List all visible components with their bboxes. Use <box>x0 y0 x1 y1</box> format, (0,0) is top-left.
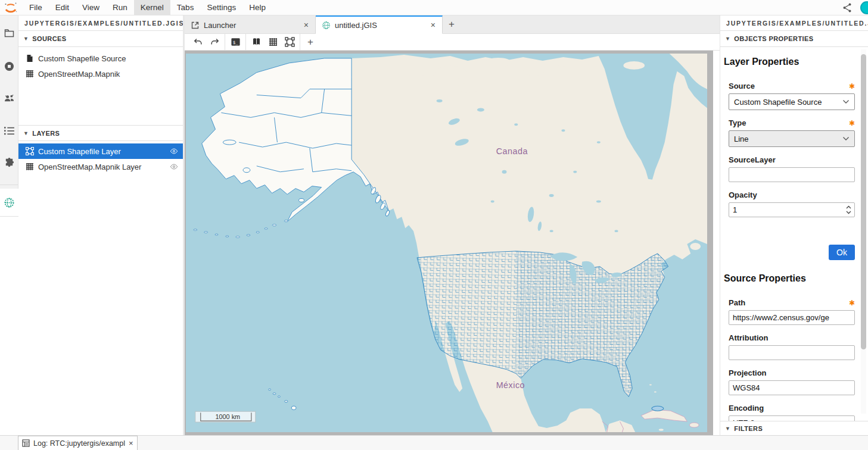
sourcelayer-field-label: SourceLayer <box>729 155 776 164</box>
menu-edit[interactable]: Edit <box>49 0 76 15</box>
status-bar: Log: RTC:jupytergis/exampl × <box>0 435 868 450</box>
required-asterisk-icon: ✱ <box>849 299 855 307</box>
ok-button[interactable]: Ok <box>829 245 855 260</box>
menu-kernel[interactable]: Kernel <box>134 0 170 15</box>
opacity-input[interactable] <box>729 202 855 217</box>
required-asterisk-icon: ✱ <box>849 82 855 90</box>
eye-visibility-icon[interactable] <box>170 147 178 155</box>
chevron-down-icon: ▼ <box>725 426 730 432</box>
svg-text:1000 km: 1000 km <box>215 413 240 420</box>
redo-button[interactable] <box>206 34 223 51</box>
menu-help[interactable]: Help <box>242 0 272 15</box>
source-item-custom-shapefile[interactable]: Custom Shapefile Source <box>18 51 183 66</box>
grid-icon <box>26 162 34 171</box>
jupytergis-logo-icon <box>4 1 18 14</box>
label-mexico: México <box>496 380 525 390</box>
source-item-openstreetmap[interactable]: OpenStreetMap.Mapnik <box>18 66 183 82</box>
main-editor-area: Launcher × untitled.jGIS × + <box>185 15 720 435</box>
menu-run[interactable]: Run <box>106 0 134 15</box>
puerto-rico <box>652 406 664 411</box>
path-input[interactable] <box>729 310 855 325</box>
tab-launcher[interactable]: Launcher × <box>185 15 316 33</box>
panel-scrollbar[interactable] <box>861 49 866 414</box>
close-tab-icon[interactable]: × <box>302 20 310 30</box>
add-layer-button[interactable]: + <box>302 34 319 51</box>
menu-bar: File Edit View Run Kernel Tabs Settings … <box>0 0 868 15</box>
user-avatar[interactable] <box>860 1 868 14</box>
basemap-button[interactable] <box>248 34 265 51</box>
filters-section-header[interactable]: ▼ FILTERS <box>720 421 868 435</box>
projection-input[interactable] <box>729 380 855 395</box>
menu-settings[interactable]: Settings <box>200 0 242 15</box>
sourcelayer-input[interactable] <box>729 167 855 182</box>
log-icon <box>22 439 30 447</box>
number-stepper-icon[interactable] <box>845 205 852 215</box>
file-browser-icon[interactable] <box>0 20 18 45</box>
grid-icon <box>26 70 34 78</box>
chevron-down-icon <box>842 99 850 104</box>
chevron-down-icon: ▼ <box>725 36 730 42</box>
launcher-icon <box>191 21 200 30</box>
required-asterisk-icon: ✱ <box>849 119 855 127</box>
encoding-input[interactable] <box>729 415 855 421</box>
objects-properties-section-header[interactable]: ▼ OBJECTS PROPERTIES <box>720 31 868 47</box>
collaboration-icon[interactable] <box>0 86 18 111</box>
layer-properties-title: Layer Properties <box>724 57 855 67</box>
projection-field-label: Projection <box>729 368 767 377</box>
scrollbar-thumb[interactable] <box>861 54 866 349</box>
vector-square-icon <box>26 147 34 155</box>
type-field-label: Type <box>729 118 746 127</box>
source-field-label: Source <box>729 82 755 90</box>
map-canvas[interactable]: Canada México 1000 km <box>185 51 713 435</box>
chevron-down-icon <box>842 136 850 141</box>
tab-untitled-jgis[interactable]: untitled.jGIS × <box>316 15 443 34</box>
chevron-down-icon: ▼ <box>23 36 29 42</box>
attribution-field-label: Attribution <box>729 333 768 342</box>
jupytergis-globe-icon <box>322 21 331 30</box>
label-canada: Canada <box>496 146 528 156</box>
activity-bar <box>0 15 18 435</box>
properties-form: Layer Properties Source ✱ Custom Shapefi… <box>720 47 868 421</box>
type-select[interactable]: Line <box>729 130 855 147</box>
vector-polygon-button[interactable] <box>281 34 298 51</box>
menu-tabs[interactable]: Tabs <box>170 0 201 15</box>
source-properties-title: Source Properties <box>724 273 855 284</box>
opacity-field-label: Opacity <box>729 190 757 199</box>
close-tab-icon[interactable]: × <box>429 20 437 30</box>
console-button[interactable]: $_ <box>227 34 244 51</box>
eye-visibility-icon[interactable] <box>170 162 178 171</box>
jupytergis-panel-icon[interactable] <box>0 189 18 216</box>
right-properties-panel: JUPYTERGIS/EXAMPLES/UNTITLED.JGIS ▼ OBJE… <box>720 15 868 435</box>
layers-section-header[interactable]: ▼ LAYERS <box>18 125 183 141</box>
encoding-field-label: Encoding <box>729 404 764 412</box>
log-console-tab[interactable]: Log: RTC:jupytergis/exampl × <box>18 436 138 450</box>
left-sidebar-panel: JUPYTERGIS/EXAMPLES/UNTITLED.JGIS ▼ SOUR… <box>18 15 185 435</box>
svg-text:$_: $_ <box>232 40 238 45</box>
layer-item-custom-shapefile[interactable]: Custom Shapefile Layer <box>18 143 183 159</box>
table-of-contents-icon[interactable] <box>0 118 18 143</box>
breadcrumb: JUPYTERGIS/EXAMPLES/UNTITLED.JGIS <box>18 15 183 31</box>
raster-grid-button[interactable] <box>265 34 281 51</box>
undo-button[interactable] <box>189 34 206 51</box>
menu-file[interactable]: File <box>23 0 49 15</box>
tab-bar: Launcher × untitled.jGIS × + <box>185 15 720 34</box>
chevron-down-icon: ▼ <box>23 130 29 136</box>
attribution-input[interactable] <box>729 345 855 360</box>
breadcrumb: JUPYTERGIS/EXAMPLES/UNTITLED.JGIS <box>720 15 868 31</box>
map-toolbar: $_ + <box>185 34 720 51</box>
running-kernels-icon[interactable] <box>0 54 18 79</box>
extensions-icon[interactable] <box>0 150 18 175</box>
layer-item-openstreetmap[interactable]: OpenStreetMap.Mapnik Layer <box>18 159 183 174</box>
menu-view[interactable]: View <box>76 0 106 15</box>
source-select[interactable]: Custom Shapefile Source <box>729 93 855 110</box>
scale-bar: 1000 km <box>195 411 256 422</box>
share-icon[interactable] <box>842 2 853 13</box>
path-field-label: Path <box>729 298 745 307</box>
close-log-icon[interactable]: × <box>129 439 133 448</box>
file-icon <box>26 54 34 62</box>
new-tab-button[interactable]: + <box>443 15 461 33</box>
sources-section-header[interactable]: ▼ SOURCES <box>18 31 183 47</box>
